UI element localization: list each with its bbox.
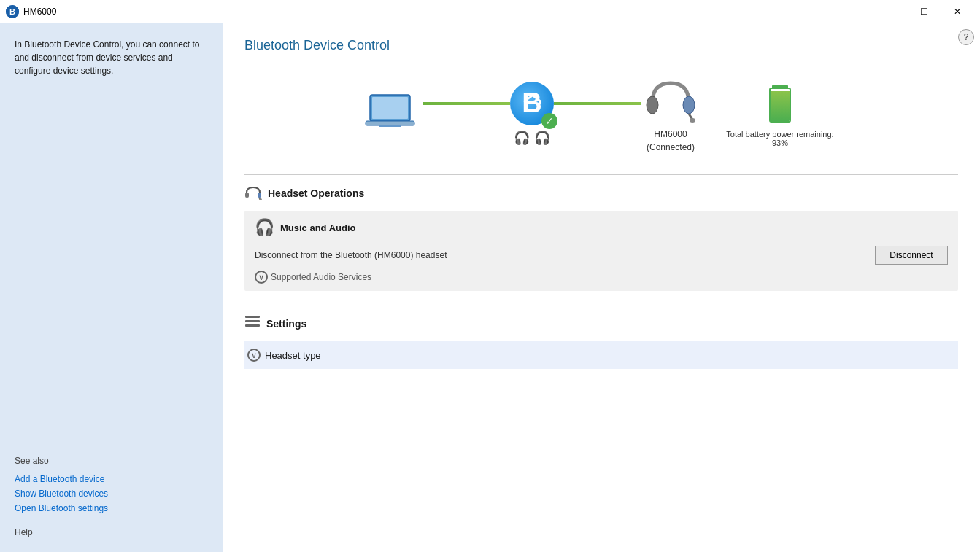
headset-type-expand-icon: ∨ bbox=[247, 349, 261, 362]
battery-icon-wrapper bbox=[768, 80, 792, 124]
laptop-icon bbox=[364, 92, 423, 136]
settings-section: Settings ∨ Headset type bbox=[244, 306, 958, 369]
titlebar: B HM6000 — ☐ ✕ bbox=[0, 0, 980, 23]
sidebar-description: In Bluetooth Device Control, you can con… bbox=[15, 38, 208, 77]
svg-rect-5 bbox=[379, 125, 401, 127]
disconnect-button[interactable]: Disconnect bbox=[875, 246, 948, 265]
headset-icon-container bbox=[641, 75, 700, 126]
content-inner: Bluetooth Device Control bbox=[223, 23, 980, 398]
expand-label: Supported Audio Services bbox=[271, 272, 371, 282]
operation-title: Music and Audio bbox=[280, 222, 356, 233]
headset-small-icon: 🎧 bbox=[514, 130, 530, 146]
svg-point-9 bbox=[683, 96, 695, 114]
svg-rect-13 bbox=[258, 193, 261, 198]
battery-label: Total battery power remaining: 93% bbox=[722, 130, 838, 147]
svg-rect-18 bbox=[245, 324, 260, 327]
battery-section: Total battery power remaining: 93% bbox=[722, 80, 838, 147]
window-title: HM6000 bbox=[23, 7, 873, 17]
bluetooth-node: ⬠ B ✓ 🎧 🎧 bbox=[510, 82, 554, 146]
headset-section-icon-svg bbox=[244, 182, 262, 200]
line-right bbox=[554, 102, 641, 105]
help-button[interactable]: ? bbox=[958, 29, 974, 45]
bluetooth-circle: ⬠ B ✓ bbox=[510, 82, 554, 125]
page-title: Bluetooth Device Control bbox=[244, 38, 958, 53]
battery-body bbox=[769, 88, 791, 123]
main-content: ? Bluetooth Device Control bbox=[223, 23, 980, 552]
expand-icon: ∨ bbox=[255, 271, 268, 284]
svg-text:B: B bbox=[9, 7, 15, 16]
svg-rect-4 bbox=[366, 121, 414, 125]
headset-type-label: Headset type bbox=[265, 350, 321, 361]
svg-rect-3 bbox=[372, 97, 408, 119]
headset-ops-title: Headset Operations bbox=[268, 187, 364, 199]
help-section: Help bbox=[15, 527, 208, 537]
app-body: In Bluetooth Device Control, you can con… bbox=[0, 23, 980, 552]
settings-icon-svg bbox=[244, 314, 261, 330]
battery-fill bbox=[771, 91, 790, 121]
svg-rect-17 bbox=[245, 320, 260, 322]
operation-description: Disconnect from the Bluetooth (HM6000) h… bbox=[255, 250, 447, 260]
settings-icon bbox=[244, 314, 261, 333]
headset-device: HM6000 (Connected) bbox=[641, 75, 700, 152]
open-bluetooth-settings-link[interactable]: Open Bluetooth settings bbox=[15, 501, 208, 516]
operation-header: 🎧 Music and Audio bbox=[255, 218, 948, 237]
svg-point-8 bbox=[647, 96, 658, 114]
connection-diagram: ⬠ B ✓ 🎧 🎧 bbox=[244, 68, 958, 174]
headphones-small-icon: 🎧 bbox=[534, 130, 550, 146]
headset-ops-section: Headset Operations 🎧 Music and Audio Dis… bbox=[244, 174, 958, 291]
add-bluetooth-link[interactable]: Add a Bluetooth device bbox=[15, 472, 208, 486]
window-controls: — ☐ ✕ bbox=[873, 0, 974, 23]
show-bluetooth-link[interactable]: Show Bluetooth devices bbox=[15, 486, 208, 501]
see-also-label: See also bbox=[15, 456, 208, 466]
laptop-device bbox=[364, 92, 423, 136]
svg-rect-12 bbox=[245, 193, 249, 198]
settings-title: Settings bbox=[266, 318, 306, 330]
svg-rect-16 bbox=[245, 316, 260, 318]
device-status-label: (Connected) bbox=[647, 142, 695, 152]
device-name-label: HM6000 bbox=[654, 129, 687, 139]
sidebar: In Bluetooth Device Control, you can con… bbox=[0, 23, 223, 552]
app-icon: B bbox=[6, 5, 19, 18]
maximize-button[interactable]: ☐ bbox=[907, 0, 941, 23]
settings-header: Settings bbox=[244, 306, 958, 341]
svg-text:B: B bbox=[522, 88, 541, 118]
supported-audio-row[interactable]: ∨ Supported Audio Services bbox=[255, 271, 948, 284]
line-left bbox=[423, 102, 510, 105]
headset-type-row[interactable]: ∨ Headset type bbox=[244, 341, 958, 369]
music-audio-item: 🎧 Music and Audio Disconnect from the Bl… bbox=[244, 211, 958, 291]
help-label: Help bbox=[15, 527, 33, 537]
minimize-button[interactable]: — bbox=[873, 0, 907, 23]
bt-service-icons: 🎧 🎧 bbox=[514, 130, 550, 146]
headset-ops-header: Headset Operations bbox=[244, 175, 958, 211]
bt-check-icon: ✓ bbox=[541, 113, 557, 129]
headset-svg bbox=[645, 77, 696, 125]
close-button[interactable]: ✕ bbox=[941, 0, 974, 23]
headset-ops-icon bbox=[244, 182, 262, 203]
see-also-section: See also Add a Bluetooth device Show Blu… bbox=[15, 456, 208, 516]
svg-point-11 bbox=[690, 118, 695, 123]
music-audio-icon: 🎧 bbox=[255, 218, 274, 237]
operation-row: Disconnect from the Bluetooth (HM6000) h… bbox=[255, 243, 948, 268]
